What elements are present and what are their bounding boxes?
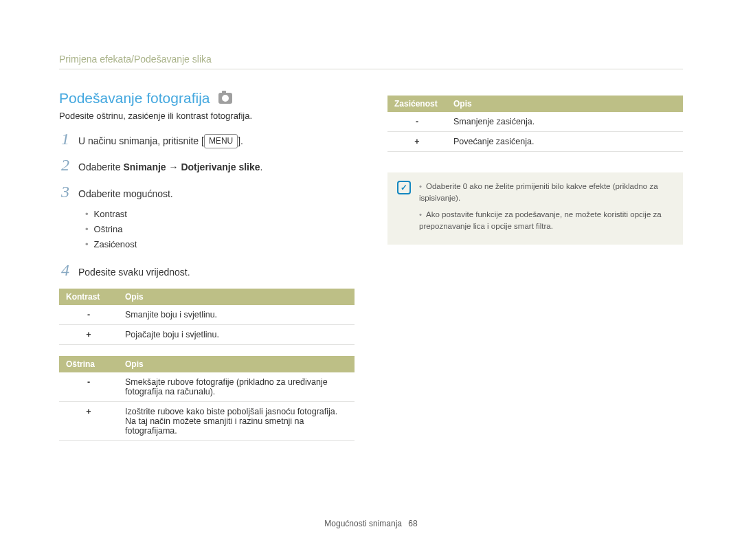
step-text: Odaberite mogućnost.: [78, 183, 173, 201]
subtitle: Podesite oštrinu, zasićenje ili kontrast…: [59, 111, 355, 121]
th: Oštrina: [59, 356, 118, 372]
list-item: Kontrast: [85, 207, 355, 222]
cell-desc: Smanjite boju i svjetlinu.: [118, 305, 355, 325]
cell-symbol: -: [59, 372, 118, 402]
cell-symbol: +: [59, 324, 118, 344]
th: Opis: [118, 289, 355, 305]
text: Odaberite: [78, 161, 123, 172]
text: .: [260, 161, 263, 172]
menu-button-label: MENU: [204, 134, 238, 148]
step-number: 2: [59, 157, 71, 173]
page-number: 68: [408, 519, 417, 528]
th: Opis: [447, 96, 683, 112]
cell-desc: Smanjenje zasićenja.: [447, 112, 683, 132]
cell-desc: Povećanje zasićenja.: [447, 132, 683, 152]
camera-icon: [218, 93, 232, 104]
step-text: U načinu snimanja, pritisnite [MENU].: [78, 131, 243, 148]
table-row: - Smekšajte rubove fotografije (prikladn…: [59, 372, 355, 402]
cell-desc: Smekšajte rubove fotografije (prikladno …: [118, 372, 355, 402]
step-text: Odaberite Snimanje → Dotjerivanje slike.: [78, 157, 262, 175]
breadcrumb: Primjena efekata/Podešavanje slika: [59, 54, 683, 69]
step-number: 3: [59, 183, 71, 200]
cell-symbol: +: [59, 401, 118, 440]
note-item: Odaberite 0 ako ne želite primijeniti bi…: [419, 181, 673, 205]
th: Opis: [118, 356, 355, 372]
table-zasicenost: Zasićenost Opis - Smanjenje zasićenja. +…: [387, 96, 683, 152]
table-row: + Povećanje zasićenja.: [387, 132, 683, 152]
table-kontrast: Kontrast Opis - Smanjite boju i svjetlin…: [59, 289, 355, 345]
page-title: Podešavanje fotografija: [59, 90, 355, 107]
cell-desc: Izoštrite rubove kako biste poboljšali j…: [118, 401, 355, 440]
text: ].: [238, 135, 243, 146]
step-4: 4 Podesite svaku vrijednost.: [59, 262, 355, 280]
th: Kontrast: [59, 289, 118, 305]
table-row: + Pojačajte boju i svjetlinu.: [59, 324, 355, 344]
note-item: Ako postavite funkcije za podešavanje, n…: [419, 209, 673, 233]
note-list: Odaberite 0 ako ne želite primijeniti bi…: [419, 181, 673, 236]
table-row: - Smanjenje zasićenja.: [387, 112, 683, 132]
table-row: + Izoštrite rubove kako biste poboljšali…: [59, 401, 355, 440]
cell-symbol: -: [59, 305, 118, 325]
cell-symbol: +: [387, 132, 447, 152]
page-footer: Mogućnosti snimanja 68: [0, 519, 742, 528]
right-column: Zasićenost Opis - Smanjenje zasićenja. +…: [387, 90, 683, 452]
step-number: 4: [59, 262, 71, 278]
step-text: Podesite svaku vrijednost.: [78, 262, 190, 280]
cell-symbol: -: [387, 112, 447, 132]
note-box: ✓ Odaberite 0 ako ne želite primijeniti …: [387, 172, 683, 245]
step-2: 2 Odaberite Snimanje → Dotjerivanje slik…: [59, 157, 355, 175]
step-number: 1: [59, 131, 71, 147]
footer-section: Mogućnosti snimanja: [324, 519, 402, 528]
step-1: 1 U načinu snimanja, pritisnite [MENU].: [59, 131, 355, 148]
table-ostrina: Oštrina Opis - Smekšajte rubove fotograf…: [59, 356, 355, 441]
table-row: - Smanjite boju i svjetlinu.: [59, 305, 355, 325]
cell-desc: Pojačajte boju i svjetlinu.: [118, 324, 355, 344]
left-column: Podešavanje fotografija Podesite oštrinu…: [59, 90, 355, 452]
title-text: Podešavanje fotografija: [59, 90, 210, 107]
option-list: Kontrast Oštrina Zasićenost: [85, 207, 355, 252]
th: Zasićenost: [387, 96, 447, 112]
list-item: Zasićenost: [85, 237, 355, 252]
step-3: 3 Odaberite mogućnost.: [59, 183, 355, 201]
bold-text: Snimanje → Dotjerivanje slike: [123, 161, 260, 172]
info-icon: ✓: [397, 181, 411, 194]
text: U načinu snimanja, pritisnite [: [78, 135, 204, 146]
list-item: Oštrina: [85, 222, 355, 237]
